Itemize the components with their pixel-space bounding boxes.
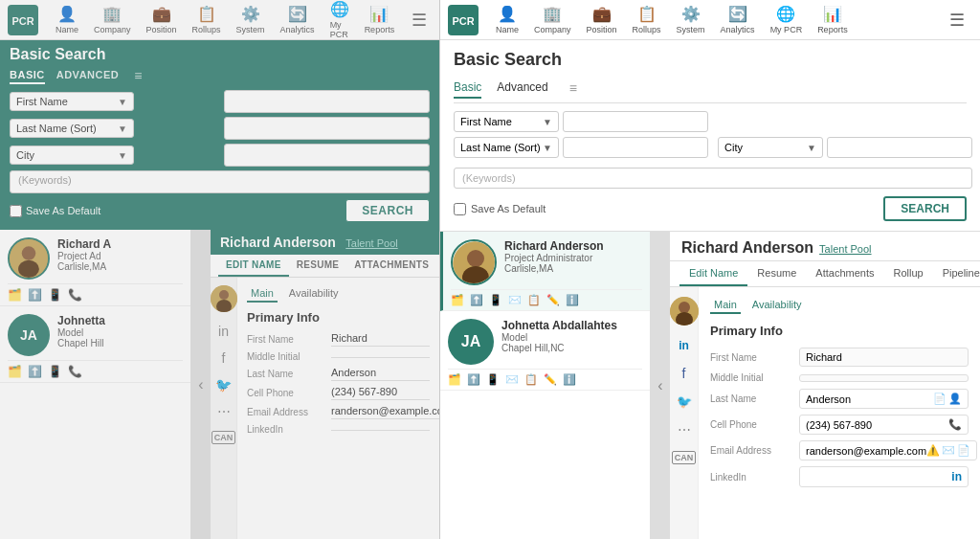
right-tab-edit-name[interactable]: Edit Name xyxy=(679,261,747,286)
right-firstname-input[interactable] xyxy=(563,111,708,132)
right-nav-analytics[interactable]: 🔄 Analytics xyxy=(715,3,761,36)
right-action-save-2[interactable]: 🗂️ xyxy=(448,373,461,386)
right-action-email-2[interactable]: ✉️ xyxy=(505,373,519,386)
right-action-edit-1[interactable]: ✏️ xyxy=(546,294,560,306)
right-nav-rollups[interactable]: 📋 Rollups xyxy=(627,3,667,36)
left-tab-edit-name[interactable]: EDIT NAME xyxy=(218,255,289,277)
right-logo[interactable]: PCR xyxy=(448,5,479,35)
left-sub-tab-main[interactable]: Main xyxy=(247,285,278,303)
right-nav-system[interactable]: ⚙️ System xyxy=(671,3,711,36)
left-keywords-field[interactable]: (Keywords) xyxy=(10,170,430,193)
left-action-upload-2[interactable]: ⬆️ xyxy=(28,365,42,378)
right-hamburger-icon[interactable]: ☰ xyxy=(942,6,972,34)
right-firstname-select[interactable]: First Name ▼ xyxy=(454,111,559,132)
left-result-card-1[interactable]: Richard A Project Ad Carlisle,MA 🗂️ ⬆️ 📱… xyxy=(0,230,190,306)
left-action-phone-1[interactable]: 📱 xyxy=(48,288,62,302)
right-input-lastname[interactable]: Anderson 📄 👤 xyxy=(799,389,969,409)
right-sub-tab-main[interactable]: Main xyxy=(710,297,741,314)
left-nav-name[interactable]: 👤 Name xyxy=(50,3,84,36)
left-firstname-label[interactable]: First Name ▼ xyxy=(10,92,134,111)
right-nav-reports[interactable]: 📊 Reports xyxy=(812,3,854,36)
right-side-twitter-icon[interactable]: 🐦 xyxy=(677,394,692,409)
right-action-copy-1[interactable]: 📋 xyxy=(527,294,541,306)
right-tab-rollup[interactable]: Rollup xyxy=(883,261,932,286)
right-side-can-icon[interactable]: CAN xyxy=(672,451,697,464)
right-nav-mypcr[interactable]: 🌐 My PCR xyxy=(765,3,809,36)
left-action-phone-2[interactable]: 📱 xyxy=(48,365,62,378)
right-city-select[interactable]: City ▼ xyxy=(718,137,823,158)
left-firstname-input[interactable] xyxy=(224,90,431,113)
left-save-default-checkbox[interactable] xyxy=(10,205,22,217)
right-email-send-icon[interactable]: ✉️ xyxy=(942,444,955,457)
right-search-button[interactable]: SEARCH xyxy=(883,196,967,221)
right-linkedin-in-icon[interactable]: in xyxy=(951,470,962,483)
left-nav-arrow[interactable]: ‹ xyxy=(191,230,211,539)
right-action-save-1[interactable]: 🗂️ xyxy=(451,294,464,306)
right-action-edit-2[interactable]: ✏️ xyxy=(544,373,557,386)
left-lastname-input[interactable] xyxy=(224,117,431,140)
left-side-twitter-icon[interactable]: 🐦 xyxy=(215,377,232,393)
right-action-info-2[interactable]: ℹ️ xyxy=(563,373,576,386)
left-save-default[interactable]: Save As Default xyxy=(10,205,100,217)
left-sub-tab-availability[interactable]: Availability xyxy=(285,285,343,303)
right-result-card-2[interactable]: JA Johnetta Abdallahtes Model Chapel Hil… xyxy=(440,311,650,391)
right-action-email-1[interactable]: ✉️ xyxy=(508,294,522,306)
right-nav-arrow[interactable]: ‹ xyxy=(651,232,670,539)
right-side-linkedin-icon[interactable]: in xyxy=(679,339,689,352)
right-side-facebook-icon[interactable]: f xyxy=(682,366,686,381)
right-email-warning-icon[interactable]: ⚠️ xyxy=(926,444,940,457)
left-nav-position[interactable]: 💼 Position xyxy=(141,3,183,36)
left-hamburger-icon[interactable]: ☰ xyxy=(404,6,434,34)
left-action-upload-1[interactable]: ⬆️ xyxy=(28,288,42,302)
left-talent-pool-link[interactable]: Talent Pool xyxy=(345,237,397,249)
right-tab-basic[interactable]: Basic xyxy=(454,78,481,99)
right-email-copy-icon[interactable]: 📄 xyxy=(957,444,970,457)
left-action-save-1[interactable]: 🗂️ xyxy=(8,288,22,302)
right-action-phone-2[interactable]: 📱 xyxy=(486,373,500,386)
right-action-upload-1[interactable]: ⬆️ xyxy=(470,294,483,306)
left-nav-rollups[interactable]: 📋 Rollups xyxy=(187,3,227,36)
right-city-input[interactable] xyxy=(827,137,972,158)
left-city-label[interactable]: City ▼ xyxy=(10,146,134,165)
right-action-copy-2[interactable]: 📋 xyxy=(524,373,538,386)
right-save-default-checkbox[interactable] xyxy=(454,203,466,215)
right-nav-position[interactable]: 💼 Position xyxy=(581,3,623,36)
right-talent-pool-link[interactable]: Talent Pool xyxy=(819,243,871,255)
right-input-cellphone[interactable]: (234) 567-890 📞 xyxy=(799,415,969,435)
left-logo[interactable]: PCR xyxy=(8,5,38,35)
left-tab-resume[interactable]: RESUME xyxy=(289,255,347,277)
right-lastname-input[interactable] xyxy=(563,137,708,158)
left-tab-attachments[interactable]: ATTACHMENTS xyxy=(346,255,436,277)
right-tab-advanced[interactable]: Advanced xyxy=(497,78,547,99)
right-lastname-select[interactable]: Last Name (Sort) ▼ xyxy=(454,137,559,158)
left-nav-system[interactable]: ⚙️ System xyxy=(231,3,271,36)
right-lastname-person-icon[interactable]: 👤 xyxy=(948,393,962,405)
left-side-more-icon[interactable]: ⋯ xyxy=(217,404,231,419)
right-tab-attachments[interactable]: Attachments xyxy=(806,261,883,286)
left-list-icon[interactable]: ≡ xyxy=(134,68,142,83)
right-tab-pipeline[interactable]: Pipeline xyxy=(933,261,980,286)
right-action-info-1[interactable]: ℹ️ xyxy=(566,294,579,306)
left-nav-mypcr[interactable]: 🌐 My PCR xyxy=(324,0,355,41)
right-result-card-1[interactable]: Richard Anderson Project Administrator C… xyxy=(440,232,650,311)
right-sub-tab-availability[interactable]: Availability xyxy=(748,297,806,314)
left-side-linkedin-icon[interactable]: in xyxy=(218,324,229,339)
left-side-can-icon[interactable]: CAN xyxy=(212,431,236,444)
left-action-contact-1[interactable]: 📞 xyxy=(68,288,82,302)
right-input-firstname[interactable]: Richard xyxy=(799,348,969,367)
right-input-linkedin[interactable]: in xyxy=(799,466,969,487)
left-lastname-label[interactable]: Last Name (Sort) ▼ xyxy=(10,119,134,138)
left-nav-company[interactable]: 🏢 Company xyxy=(88,3,137,36)
left-nav-reports[interactable]: 📊 Reports xyxy=(359,3,401,36)
right-input-middle[interactable] xyxy=(799,374,969,382)
right-tab-resume[interactable]: Resume xyxy=(747,261,806,286)
right-save-default[interactable]: Save As Default xyxy=(454,203,546,215)
right-list-icon[interactable]: ≡ xyxy=(569,80,577,96)
right-keywords-field[interactable]: (Keywords) xyxy=(454,168,972,189)
left-result-card-2[interactable]: JA Johnetta Model Chapel Hill 🗂️ ⬆️ 📱 📞 xyxy=(0,306,190,383)
left-tab-basic[interactable]: BASIC xyxy=(10,67,45,84)
left-city-input[interactable] xyxy=(224,144,431,167)
left-action-save-2[interactable]: 🗂️ xyxy=(8,365,22,378)
left-action-contact-2[interactable]: 📞 xyxy=(68,365,82,378)
left-tab-rollup[interactable]: ROLLUP xyxy=(436,255,439,277)
